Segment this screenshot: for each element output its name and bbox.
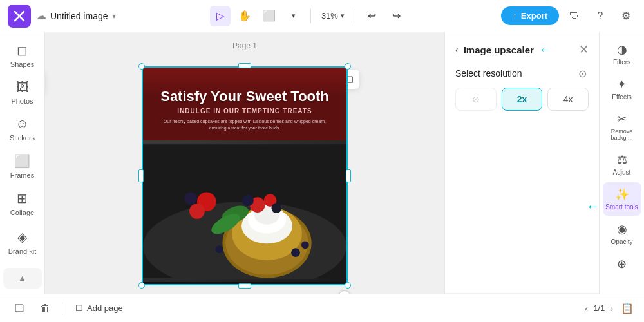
opacity-icon: ◉ — [617, 222, 627, 236]
app-logo[interactable] — [8, 5, 31, 28]
food-svg — [143, 144, 346, 279]
collage-icon: ⊞ — [17, 191, 28, 206]
add-page-icon: ☐ — [75, 303, 83, 313]
left-sidebar: ◻ Shapes 🖼 Photos ☺ Stickers ⬜ Frames ⊞ … — [0, 32, 45, 294]
stickers-label: Stickers — [10, 134, 35, 142]
handle-top-center[interactable] — [238, 63, 251, 68]
delete-page-btn[interactable]: 🗑 — [36, 299, 54, 317]
resolution-label: Select resolution — [455, 68, 522, 79]
topbar: ☁ Untitled image ▾ ▷ ✋ ⬜ ▾ 31% ▾ ↩ ↪ ↑ E… — [0, 0, 644, 32]
photos-icon: 🖼 — [16, 80, 29, 95]
select-tool-btn[interactable]: ▷ — [210, 6, 231, 26]
adjust-label: Adjust — [613, 169, 631, 176]
4x-label: 4x — [564, 94, 573, 104]
svg-point-21 — [216, 245, 223, 253]
svg-point-19 — [291, 248, 300, 257]
close-panel-button[interactable]: ✕ — [579, 43, 589, 57]
rtool-opacity[interactable]: ◉ Opacity — [603, 217, 641, 251]
sidebar-item-collage[interactable]: ⊞ Collage — [3, 185, 42, 222]
export-button[interactable]: ↑ Export — [501, 6, 559, 25]
bottom-divider — [62, 302, 62, 315]
svg-point-13 — [271, 203, 281, 213]
handle-bot-left[interactable] — [138, 282, 145, 289]
sidebar-item-brand-kit[interactable]: ◈ Brand kit — [3, 224, 42, 260]
canvas-subheading: INDULGE IN OUR TEMPTING TREATS — [149, 108, 340, 115]
handle-mid-left[interactable] — [138, 169, 144, 182]
title-chevron[interactable]: ▾ — [112, 12, 116, 21]
zoom-control[interactable]: 31% ▾ — [317, 10, 348, 22]
duplicate-page-btn[interactable]: ❏ — [10, 299, 28, 317]
filters-label: Filters — [613, 59, 630, 66]
resolution-section: Select resolution ⊙ ⊘ 2x 4x — [455, 67, 589, 111]
2x-label: 2x — [517, 94, 527, 104]
resolution-off-btn[interactable]: ⊘ — [455, 88, 497, 111]
resolution-label-row: Select resolution ⊙ — [455, 67, 589, 80]
resolution-4x-btn[interactable]: 4x — [547, 88, 589, 111]
main-area: ◻ Shapes 🖼 Photos ☺ Stickers ⬜ Frames ⊞ … — [0, 32, 644, 294]
sidebar-item-photos[interactable]: 🖼 Photos — [3, 75, 42, 110]
effects-label: Effects — [612, 93, 631, 100]
handle-top-left[interactable] — [138, 63, 145, 70]
brand-kit-icon: ◈ — [17, 229, 27, 245]
add-page-button[interactable]: ☐ Add page — [70, 301, 128, 316]
smart-tools-label: Smart tools — [605, 204, 638, 211]
handle-bot-center[interactable] — [238, 283, 251, 289]
divider — [310, 9, 311, 23]
right-tools-sidebar: ◑ Filters ✦ Effects ✂ Remove backgr... ⚖… — [599, 32, 644, 294]
page-nav: ‹ 1/1 › — [585, 303, 613, 314]
opacity-label: Opacity — [611, 238, 633, 245]
frame-dropdown-btn[interactable]: ▾ — [283, 6, 304, 26]
settings-icon-btn[interactable]: ⚙ — [616, 6, 636, 26]
rtool-more[interactable]: ⊕ — [603, 252, 641, 276]
filters-icon: ◑ — [617, 43, 627, 57]
stickers-icon: ☺ — [15, 117, 28, 131]
handle-mid-right[interactable] — [346, 169, 351, 182]
add-page-label: Add page — [87, 303, 123, 313]
close-icon: ✕ — [579, 43, 589, 56]
resolution-2x-btn[interactable]: 2x — [502, 88, 543, 111]
more-icon: ⊕ — [617, 257, 627, 271]
notes-btn[interactable]: 📋 — [621, 302, 634, 314]
next-page-btn[interactable]: › — [610, 303, 613, 314]
rotate-handle[interactable]: ↻ — [338, 290, 351, 294]
undo-btn[interactable]: ↩ — [362, 6, 383, 26]
rtool-adjust[interactable]: ⚖ Adjust — [603, 147, 641, 181]
frames-label: Frames — [10, 171, 34, 179]
cloud-icon: ☁ — [36, 10, 46, 22]
shield-icon-btn[interactable]: 🛡 — [564, 6, 585, 26]
upscaler-title: Image upscaler — [464, 44, 534, 55]
shapes-icon: ◻ — [17, 43, 28, 58]
prev-page-btn[interactable]: ‹ — [585, 303, 589, 314]
hand-tool-btn[interactable]: ✋ — [234, 6, 255, 26]
rtool-filters[interactable]: ◑ Filters — [603, 37, 641, 71]
upscaler-header: ‹ Image upscaler ← ✕ — [455, 43, 589, 57]
handle-bot-right[interactable] — [345, 282, 351, 289]
canvas-image[interactable]: Satisfy Your Sweet Tooth INDULGE IN OUR … — [142, 66, 348, 285]
divider2 — [355, 9, 355, 23]
svg-point-20 — [301, 241, 309, 249]
rtool-remove-bg[interactable]: ✂ Remove backgr... — [603, 107, 641, 146]
topbar-center: ▷ ✋ ⬜ ▾ 31% ▾ ↩ ↪ — [121, 6, 497, 26]
help-icon-btn[interactable]: ? — [590, 6, 611, 26]
upscaler-panel: ‹ Image upscaler ← ✕ Select resolution ⊙… — [444, 32, 599, 294]
handle-top-right[interactable] — [345, 63, 351, 70]
resolution-info-btn[interactable]: ⊙ — [576, 67, 589, 80]
canvas-image-wrap: Satisfy Your Sweet Tooth INDULGE IN OUR … — [142, 66, 348, 285]
frame-tool-btn[interactable]: ⬜ — [259, 6, 279, 26]
effects-icon: ✦ — [617, 77, 627, 91]
redo-btn[interactable]: ↪ — [386, 6, 407, 26]
sidebar-collapse-btn[interactable]: ▲ — [3, 268, 42, 289]
canvas-area: Page 1 ⊡ ⊞ ❏ ··· ❏ Satisfy Your Sweet To… — [45, 32, 444, 294]
sidebar-item-shapes[interactable]: ◻ Shapes — [3, 37, 42, 73]
rtool-effects[interactable]: ✦ Effects — [603, 72, 641, 106]
back-button[interactable]: ‹ — [455, 44, 459, 55]
canvas-body: Our freshly baked cupcakes are topped wi… — [149, 115, 340, 135]
rtool-smart-tools[interactable]: ✨ Smart tools — [603, 182, 641, 216]
sidebar-item-frames[interactable]: ⬜ Frames — [3, 148, 42, 184]
food-image — [143, 140, 346, 282]
title-group: ☁ Untitled image ▾ — [36, 10, 116, 22]
frames-icon: ⬜ — [14, 153, 30, 169]
photos-label: Photos — [11, 97, 33, 105]
bottombar: ❏ 🗑 ☐ Add page ‹ 1/1 › 📋 — [0, 294, 644, 322]
sidebar-item-stickers[interactable]: ☺ Stickers — [3, 111, 42, 147]
